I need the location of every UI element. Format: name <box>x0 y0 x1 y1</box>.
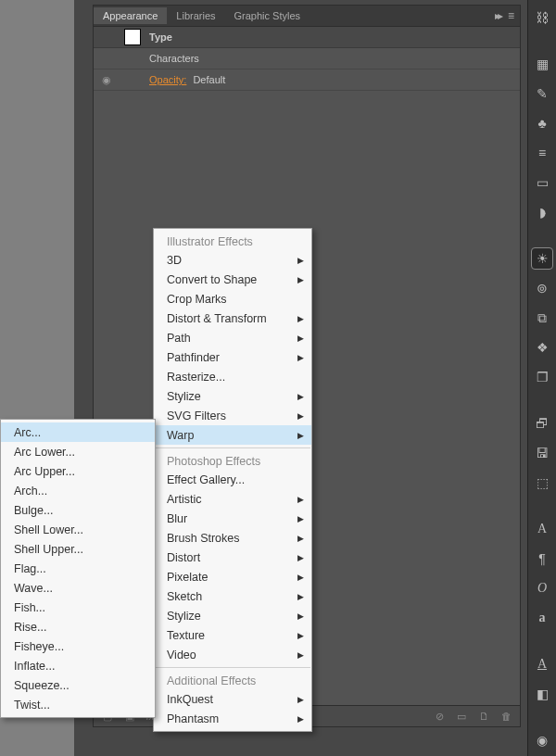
menu-item-stylize[interactable]: Stylize▶ <box>154 386 311 406</box>
menu-item-flag[interactable]: Flag... <box>1 559 155 578</box>
submenu-arrow-icon: ▶ <box>297 256 304 265</box>
tab-appearance[interactable]: Appearance <box>94 7 167 24</box>
menu-item-svg-filters[interactable]: SVG Filters▶ <box>154 406 311 425</box>
pilcrow-icon[interactable]: ¶ <box>532 548 552 569</box>
menu-item-pixelate[interactable]: Pixelate▶ <box>154 567 311 586</box>
menu-item-arc[interactable]: Arc... <box>1 422 155 442</box>
menu-item-video[interactable]: Video▶ <box>154 645 311 664</box>
menu-item-twist[interactable]: Twist... <box>1 695 155 714</box>
type-bold-icon[interactable]: a <box>532 608 552 628</box>
submenu-arrow-icon: ▶ <box>297 334 304 343</box>
submenu-arrow-icon: ▶ <box>297 714 304 724</box>
menu-item-distort-transform[interactable]: Distort & Transform▶ <box>154 309 311 328</box>
menu-item-sketch[interactable]: Sketch▶ <box>154 586 311 606</box>
submenu-arrow-icon: ▶ <box>297 411 304 421</box>
effects-menu: Illustrator Effects3D▶Convert to Shape▶C… <box>153 228 312 732</box>
menu-item-stylize[interactable]: Stylize▶ <box>154 606 311 625</box>
artboard-icon[interactable]: ⧉ <box>532 308 552 328</box>
menu-item-fish[interactable]: Fish... <box>1 598 155 617</box>
menu-item-arch[interactable]: Arch... <box>1 481 155 500</box>
menu-item-warp[interactable]: Warp▶ <box>154 425 311 445</box>
menu-item-squeeze[interactable]: Squeeze... <box>1 675 155 695</box>
menu-header: Illustrator Effects <box>154 232 311 250</box>
circle-shadow-icon[interactable]: ◗ <box>532 202 552 222</box>
submenu-arrow-icon: ▶ <box>297 631 304 640</box>
visibility-toggle-icon[interactable]: ◉ <box>94 74 120 86</box>
clear-appearance-icon[interactable]: ⊘ <box>433 710 446 723</box>
menu-item-distort[interactable]: Distort▶ <box>154 548 311 567</box>
menu-item-texture[interactable]: Texture▶ <box>154 625 311 645</box>
type-a-icon[interactable]: A <box>532 519 552 539</box>
menu-item-pathfinder[interactable]: Pathfinder▶ <box>154 347 311 367</box>
menu-item-artistic[interactable]: Artistic▶ <box>154 489 311 509</box>
collapse-icon[interactable]: ▸▸ <box>495 9 500 22</box>
menu-item-rasterize[interactable]: Rasterize... <box>154 367 311 386</box>
trash-icon[interactable]: 🗑 <box>499 710 512 723</box>
opacity-value: Default <box>193 74 225 85</box>
menu-item-brush-strokes[interactable]: Brush Strokes▶ <box>154 528 311 548</box>
opacity-row[interactable]: Opacity: Default <box>145 74 520 85</box>
menu-item-crop-marks[interactable]: Crop Marks <box>154 289 311 309</box>
menu-item-phantasm[interactable]: Phantasm▶ <box>154 709 311 728</box>
brush-icon[interactable]: ✎ <box>532 83 552 104</box>
tab-graphic-styles[interactable]: Graphic Styles <box>225 7 310 24</box>
menu-item-blur[interactable]: Blur▶ <box>154 509 311 528</box>
crop-icon[interactable]: ⬚ <box>532 472 552 493</box>
menu-item-rise[interactable]: Rise... <box>1 617 155 636</box>
warp-submenu: Arc...Arc Lower...Arc Upper...Arch...Bul… <box>0 419 156 718</box>
menu-item-3d[interactable]: 3D▶ <box>154 250 311 270</box>
selection-swatch[interactable] <box>124 29 141 45</box>
right-toolbar: ⛓ ▦ ✎ ♣ ≡ ▭ ◗ ☀ ⊚ ⧉ ❖ ❐ 🗗 🖫 ⬚ A ¶ O a A … <box>527 0 556 756</box>
submenu-arrow-icon: ▶ <box>297 353 304 362</box>
menu-item-effect-gallery[interactable]: Effect Gallery... <box>154 470 311 489</box>
submenu-arrow-icon: ▶ <box>297 695 304 704</box>
submenu-arrow-icon: ▶ <box>297 314 304 323</box>
link-icon[interactable]: ⛓ <box>532 7 552 28</box>
menu-separator <box>155 667 310 668</box>
grid-icon[interactable]: ▦ <box>532 54 552 74</box>
characters-row[interactable]: Characters <box>145 53 520 64</box>
clubs-icon[interactable]: ♣ <box>532 113 552 133</box>
type-label: Type <box>145 32 520 43</box>
new-icon[interactable]: 🗋 <box>477 710 490 723</box>
menu-item-path[interactable]: Path▶ <box>154 328 311 347</box>
window-icon[interactable]: ▭ <box>532 172 552 193</box>
sun-icon[interactable]: ☀ <box>532 248 552 269</box>
menu-item-shell-lower[interactable]: Shell Lower... <box>1 520 155 539</box>
menu-item-inkquest[interactable]: InkQuest▶ <box>154 689 311 709</box>
type-o-icon[interactable]: O <box>532 578 552 598</box>
submenu-arrow-icon: ▶ <box>297 611 304 621</box>
swatch-icon[interactable]: ◧ <box>532 684 552 704</box>
submenu-arrow-icon: ▶ <box>297 495 304 504</box>
duplicate-icon[interactable]: ▭ <box>455 710 468 723</box>
stack-icon[interactable]: 🗗 <box>532 413 552 434</box>
sphere-icon[interactable]: ◉ <box>532 730 552 750</box>
submenu-arrow-icon: ▶ <box>297 392 304 401</box>
menu-header: Photoshop Effects <box>154 451 311 470</box>
type-shadow-icon[interactable]: A <box>532 654 552 674</box>
menu-item-inflate[interactable]: Inflate... <box>1 656 155 675</box>
disk-icon[interactable]: 🖫 <box>532 443 552 463</box>
menu-item-convert-to-shape[interactable]: Convert to Shape▶ <box>154 270 311 289</box>
panel-menu-icon[interactable]: ≡ <box>508 9 514 22</box>
opacity-link[interactable]: Opacity: <box>149 74 186 85</box>
menu-item-arc-upper[interactable]: Arc Upper... <box>1 461 155 481</box>
submenu-arrow-icon: ▶ <box>297 534 304 543</box>
tab-libraries[interactable]: Libraries <box>167 7 224 24</box>
menu-separator <box>155 447 310 448</box>
menu-item-shell-upper[interactable]: Shell Upper... <box>1 539 155 559</box>
submenu-arrow-icon: ▶ <box>297 650 304 660</box>
submenu-arrow-icon: ▶ <box>297 275 304 284</box>
menu-item-fisheye[interactable]: Fisheye... <box>1 636 155 656</box>
submenu-arrow-icon: ▶ <box>297 592 304 601</box>
menu-item-wave[interactable]: Wave... <box>1 578 155 598</box>
layers-icon[interactable]: ❖ <box>532 337 552 358</box>
cc-icon[interactable]: ⊚ <box>532 278 552 298</box>
submenu-arrow-icon: ▶ <box>297 573 304 582</box>
copy-icon[interactable]: ❐ <box>532 367 552 387</box>
lines-icon[interactable]: ≡ <box>532 143 552 163</box>
menu-item-bulge[interactable]: Bulge... <box>1 500 155 520</box>
submenu-arrow-icon: ▶ <box>297 553 304 562</box>
menu-header: Additional Effects <box>154 671 311 689</box>
menu-item-arc-lower[interactable]: Arc Lower... <box>1 442 155 461</box>
